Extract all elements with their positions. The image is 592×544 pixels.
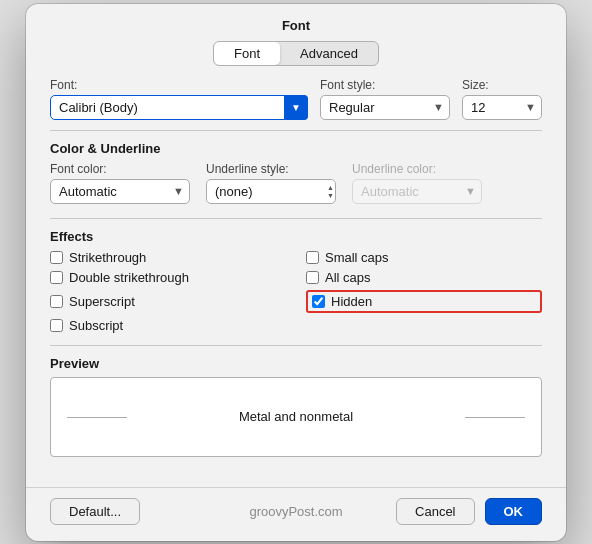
font-field: Font: Calibri (Body) ▼ <box>50 78 308 120</box>
tab-group: Font Advanced <box>213 41 379 66</box>
underline-style-select[interactable]: (none) Single Double <box>206 179 336 204</box>
cancel-button[interactable]: Cancel <box>396 498 474 525</box>
footer-watermark: groovyPost.com <box>249 504 342 519</box>
underline-color-label: Underline color: <box>352 162 482 176</box>
preview-line-left <box>67 417 127 418</box>
underline-style-label: Underline style: <box>206 162 336 176</box>
preview-line-right <box>465 417 525 418</box>
superscript-checkbox[interactable] <box>50 295 63 308</box>
underline-style-spinner-wrapper: (none) Single Double ▲ ▼ <box>206 179 336 204</box>
font-color-field: Font color: Automatic ▼ <box>50 162 190 204</box>
superscript-item: Superscript <box>50 290 286 313</box>
tab-advanced[interactable]: Advanced <box>280 42 378 65</box>
strikethrough-checkbox[interactable] <box>50 251 63 264</box>
hidden-checkbox[interactable] <box>312 295 325 308</box>
hidden-item: Hidden <box>306 290 542 313</box>
small-caps-label: Small caps <box>325 250 389 265</box>
double-strikethrough-item: Double strikethrough <box>50 270 286 285</box>
tab-bar: Font Advanced <box>26 33 566 66</box>
double-strikethrough-label: Double strikethrough <box>69 270 189 285</box>
size-select-wrapper: 8 9 10 11 12 14 16 18 ▼ <box>462 95 542 120</box>
font-style-label: Font style: <box>320 78 450 92</box>
font-style-select[interactable]: Regular Bold Italic Bold Italic <box>320 95 450 120</box>
size-label: Size: <box>462 78 542 92</box>
small-caps-item: Small caps <box>306 250 542 265</box>
font-row: Font: Calibri (Body) ▼ Font style: Regul… <box>50 78 542 120</box>
underline-style-field: Underline style: (none) Single Double ▲ … <box>206 162 336 204</box>
font-select-wrapper: Calibri (Body) ▼ <box>50 95 308 120</box>
small-caps-checkbox[interactable] <box>306 251 319 264</box>
font-label: Font: <box>50 78 308 92</box>
strikethrough-label: Strikethrough <box>69 250 146 265</box>
preview-section: Preview Metal and nonmetal <box>50 356 542 457</box>
color-underline-title: Color & Underline <box>50 141 542 156</box>
font-style-field: Font style: Regular Bold Italic Bold Ita… <box>320 78 450 120</box>
dialog-footer: Default... groovyPost.com Cancel OK <box>26 487 566 541</box>
color-underline-row: Font color: Automatic ▼ Underline style:… <box>50 162 542 204</box>
default-button[interactable]: Default... <box>50 498 140 525</box>
font-color-label: Font color: <box>50 162 190 176</box>
all-caps-checkbox[interactable] <box>306 271 319 284</box>
font-style-select-wrapper: Regular Bold Italic Bold Italic ▼ <box>320 95 450 120</box>
font-color-select[interactable]: Automatic <box>50 179 190 204</box>
divider-1 <box>50 130 542 131</box>
subscript-item: Subscript <box>50 318 286 333</box>
subscript-checkbox[interactable] <box>50 319 63 332</box>
dialog-title: Font <box>26 4 566 33</box>
ok-button[interactable]: OK <box>485 498 543 525</box>
font-dialog: Font Font Advanced Font: Calibri (Body) … <box>26 4 566 541</box>
all-caps-label: All caps <box>325 270 371 285</box>
effects-title: Effects <box>50 229 542 244</box>
tab-font[interactable]: Font <box>214 42 280 65</box>
subscript-label: Subscript <box>69 318 123 333</box>
size-select[interactable]: 8 9 10 11 12 14 16 18 <box>462 95 542 120</box>
font-color-select-wrapper: Automatic ▼ <box>50 179 190 204</box>
footer-buttons: Cancel OK <box>396 498 542 525</box>
strikethrough-item: Strikethrough <box>50 250 286 265</box>
hidden-label: Hidden <box>331 294 372 309</box>
font-select[interactable]: Calibri (Body) <box>50 95 308 120</box>
superscript-label: Superscript <box>69 294 135 309</box>
preview-box: Metal and nonmetal <box>50 377 542 457</box>
underline-color-select: Automatic <box>352 179 482 204</box>
all-caps-item: All caps <box>306 270 542 285</box>
preview-title: Preview <box>50 356 542 371</box>
effects-section: Effects Strikethrough Small caps Double … <box>50 229 542 333</box>
size-field: Size: 8 9 10 11 12 14 16 18 ▼ <box>462 78 542 120</box>
divider-2 <box>50 218 542 219</box>
double-strikethrough-checkbox[interactable] <box>50 271 63 284</box>
underline-color-field: Underline color: Automatic ▼ <box>352 162 482 204</box>
preview-text: Metal and nonmetal <box>239 409 353 424</box>
effects-grid: Strikethrough Small caps Double striketh… <box>50 250 542 333</box>
underline-color-select-wrapper: Automatic ▼ <box>352 179 482 204</box>
dialog-body: Font: Calibri (Body) ▼ Font style: Regul… <box>26 66 566 487</box>
divider-3 <box>50 345 542 346</box>
